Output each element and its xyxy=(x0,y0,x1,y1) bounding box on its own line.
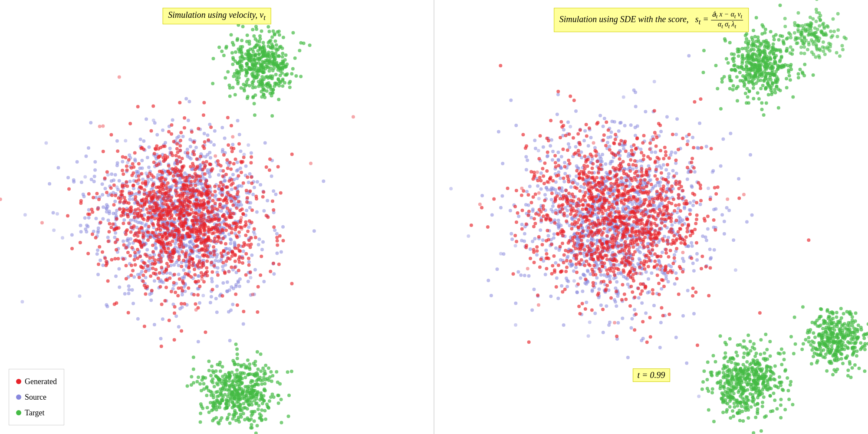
legend-dot-source xyxy=(16,395,21,400)
legend-label-target: Target xyxy=(25,405,44,421)
legend-dot-generated xyxy=(16,379,21,384)
legend-item-generated: Generated xyxy=(16,374,57,389)
t-value-label: t = 0.99 xyxy=(632,368,670,382)
panel-right-title: Simulation using SDE with the score, st … xyxy=(554,8,749,32)
legend-item-target: Target xyxy=(16,405,57,421)
legend-label-source: Source xyxy=(25,389,46,405)
scatter-plot-left xyxy=(0,0,434,434)
main-container: Simulation using velocity, vt Generated … xyxy=(0,0,868,434)
panel-left-title: Simulation using velocity, vt xyxy=(162,8,271,24)
legend: Generated Source Target xyxy=(9,369,64,425)
legend-label-generated: Generated xyxy=(25,374,57,389)
panel-left: Simulation using velocity, vt Generated … xyxy=(0,0,434,434)
legend-item-source: Source xyxy=(16,389,57,405)
legend-dot-target xyxy=(16,410,21,415)
panel-right: Simulation using SDE with the score, st … xyxy=(434,0,868,434)
